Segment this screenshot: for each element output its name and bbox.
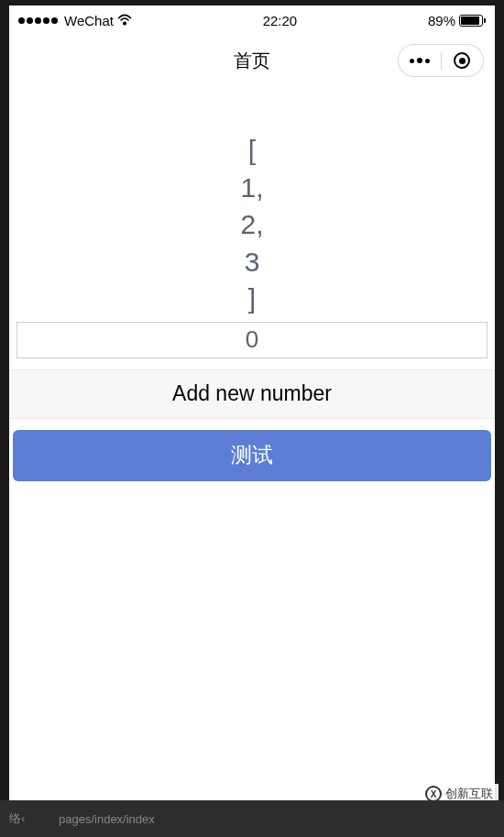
add-button-label: Add new number	[172, 381, 332, 406]
capsule-close-button[interactable]	[442, 45, 484, 76]
status-bar-right: 89%	[428, 13, 486, 28]
array-line: ]	[9, 281, 495, 318]
number-input[interactable]: 0	[16, 322, 488, 358]
array-line: 3	[9, 244, 495, 281]
target-icon	[454, 52, 470, 69]
array-line: 1,	[9, 170, 495, 207]
miniprogram-capsule	[398, 44, 484, 77]
page-title: 首页	[234, 49, 270, 73]
battery-icon	[459, 15, 486, 27]
test-button[interactable]: 测试	[13, 430, 491, 481]
array-line: 2,	[9, 206, 495, 244]
more-icon	[410, 58, 430, 63]
devtools-path: pages/index/index	[59, 812, 155, 826]
input-value: 0	[246, 325, 258, 354]
device-frame: WeChat 22:20 89% 首页	[9, 6, 495, 800]
array-display: [ 1, 2, 3 ]	[9, 86, 495, 318]
carrier-label: WeChat	[64, 13, 114, 28]
content-area: [ 1, 2, 3 ] 0 Add new number 测试	[9, 86, 495, 800]
test-button-label: 测试	[231, 441, 273, 469]
wifi-icon	[117, 14, 132, 27]
svg-point-0	[124, 22, 126, 24]
add-number-button[interactable]: Add new number	[9, 369, 495, 419]
devtools-bottom-bar: 络‹ pages/index/index	[0, 800, 504, 837]
clock: 22:20	[263, 13, 298, 28]
navigation-bar: 首页	[9, 35, 495, 86]
array-line: [	[9, 132, 495, 170]
status-bar: WeChat 22:20 89%	[9, 6, 495, 35]
signal-strength-icon	[18, 17, 58, 24]
battery-percentage: 89%	[428, 13, 455, 28]
devtools-left: 络‹	[9, 810, 25, 827]
status-bar-left: WeChat	[18, 13, 132, 28]
capsule-menu-button[interactable]	[399, 45, 441, 76]
